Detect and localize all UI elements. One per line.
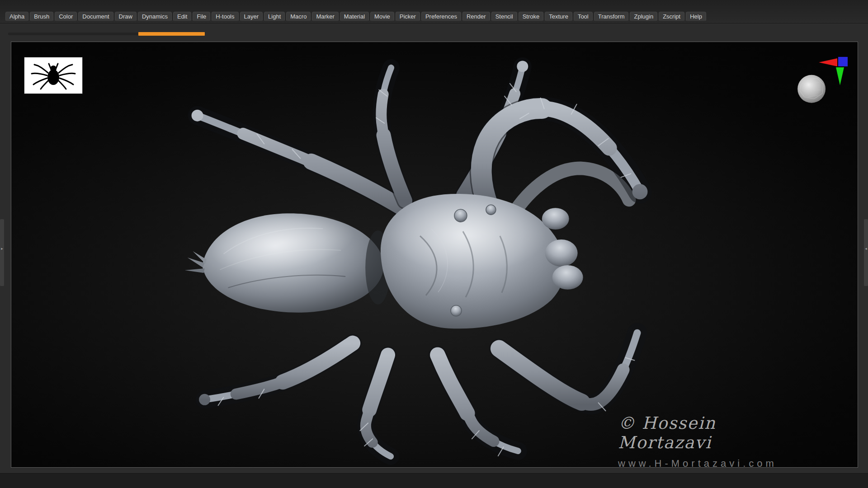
menu-tab[interactable]: Zscript	[659, 12, 684, 21]
menu-tab[interactable]: Stroke	[519, 12, 544, 21]
menu-tab[interactable]: File	[193, 12, 210, 21]
menu-tab[interactable]: Macro	[286, 12, 311, 21]
menu-tab[interactable]: Material	[340, 12, 369, 21]
menu-bar: AlphaBrushColorDocumentDrawDynamicsEditF…	[0, 0, 868, 23]
menu-tab[interactable]: Color	[55, 12, 77, 21]
menu-tab[interactable]: Stencil	[491, 12, 517, 21]
menu-tab[interactable]: Picker	[396, 12, 420, 21]
zbrush-app-window: AlphaBrushColorDocumentDrawDynamicsEditF…	[0, 0, 868, 488]
menu-scroll-track[interactable]	[8, 33, 138, 35]
menu-tab[interactable]: Marker	[312, 12, 338, 21]
menu-tab[interactable]: Draw	[115, 12, 137, 21]
menu-tab[interactable]: Transform	[594, 12, 629, 21]
menu-tab[interactable]: H-tools	[212, 12, 238, 21]
camera-orbit-sphere-icon[interactable]	[797, 75, 826, 103]
menu-tab[interactable]: Dynamics	[138, 12, 172, 21]
axis-x-arrow-icon	[819, 58, 837, 66]
menu-tab[interactable]: Brush	[30, 12, 53, 21]
spider-abdomen	[185, 205, 384, 313]
bottom-bar	[0, 473, 868, 488]
right-tray-open-icon[interactable]: ◂	[864, 246, 868, 251]
menu-tab[interactable]: Zplugin	[630, 12, 657, 21]
menu-tab[interactable]: Edit	[173, 12, 191, 21]
menu-scroll-thumb[interactable]	[138, 32, 205, 36]
spider-model-viewport	[11, 42, 858, 467]
left-tray-divider[interactable]: ▸	[0, 219, 4, 286]
menu-tab[interactable]: Preferences	[421, 12, 461, 21]
menu-tab[interactable]: Movie	[370, 12, 394, 21]
axis-z-square-icon	[838, 57, 848, 66]
menu-tab[interactable]: Layer	[240, 12, 263, 21]
menu-tab[interactable]: Document	[78, 12, 113, 21]
menu-tab[interactable]: Help	[686, 12, 706, 21]
menu-tab[interactable]: Alpha	[5, 12, 28, 21]
spider-cephalothorax	[381, 194, 583, 328]
left-tray-open-icon[interactable]: ▸	[0, 246, 4, 251]
right-tray-divider[interactable]: ◂	[864, 219, 868, 286]
alpha-spider-icon	[24, 57, 82, 94]
menu-tab[interactable]: Texture	[545, 12, 572, 21]
menu-tabs: AlphaBrushColorDocumentDrawDynamicsEditF…	[5, 12, 706, 21]
document-canvas[interactable]: © Hossein Mortazavi www.H-Mortazavi.com	[11, 42, 858, 468]
alpha-thumbnail[interactable]	[24, 57, 82, 94]
menu-tab[interactable]: Light	[264, 12, 285, 21]
menu-tab[interactable]: Render	[462, 12, 490, 21]
axis-y-arrow-icon	[836, 67, 844, 85]
menu-tab[interactable]: Tool	[574, 12, 593, 21]
